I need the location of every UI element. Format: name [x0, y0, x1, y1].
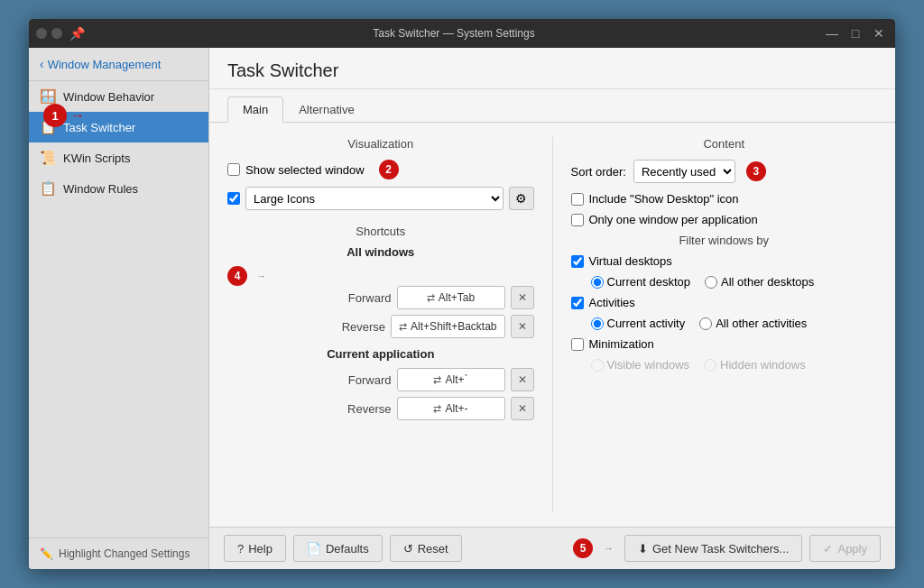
include-desktop-checkbox[interactable] [571, 193, 584, 206]
all-windows-title: All windows [227, 245, 534, 259]
reset-button[interactable]: ↺ Reset [390, 535, 462, 562]
icon-size-select[interactable]: Large Icons [245, 187, 504, 210]
bottom-bar: ? Help 📄 Defaults ↺ Reset 5 → ⬇ Get New … [209, 527, 895, 569]
current-app-forward-clear[interactable]: ✕ [511, 368, 534, 391]
virtual-desktops-label: Virtual desktops [589, 254, 672, 268]
sort-order-select[interactable]: Recently used [633, 160, 735, 183]
current-app-forward-input[interactable]: ⇄ Alt+` [397, 368, 505, 391]
titlebar-dot-2 [51, 28, 62, 39]
shortcuts-title: Shortcuts [227, 225, 534, 238]
visualization-title: Visualization [227, 137, 534, 151]
titlebar-pin-icon: 📌 [69, 26, 85, 41]
switch-icon-2: ⇄ [399, 321, 407, 333]
highlight-label: Highlight Changed Settings [59, 547, 189, 560]
icon-configure-button[interactable]: ⚙ [509, 187, 534, 210]
sidebar-item-window-behavior[interactable]: 🪟 Window Behavior [29, 81, 208, 112]
visible-windows-label: Visible windows [607, 358, 690, 372]
include-desktop-row: Include "Show Desktop" icon [571, 192, 878, 206]
maximize-button[interactable]: □ [846, 26, 864, 41]
minimization-radio-row: Visible windows Hidden windows [591, 358, 878, 372]
icon-enabled-checkbox[interactable] [227, 192, 240, 205]
all-other-activities-radio[interactable] [699, 317, 712, 330]
current-app-reverse-clear[interactable]: ✕ [511, 397, 534, 420]
minimization-row: Minimization [571, 337, 878, 351]
current-activity-radio[interactable] [591, 317, 604, 330]
one-window-row: Only one window per application [571, 213, 878, 226]
minimization-checkbox[interactable] [571, 338, 584, 351]
content-section-title: Content [571, 137, 878, 151]
defaults-button[interactable]: 📄 Defaults [293, 535, 383, 562]
current-app-forward-key: Alt+` [445, 373, 467, 386]
virtual-desktops-checkbox[interactable] [571, 255, 584, 268]
show-selected-window-checkbox[interactable] [227, 163, 240, 176]
icon-size-row: Large Icons ⚙ [227, 187, 534, 210]
include-desktop-label: Include "Show Desktop" icon [589, 192, 739, 206]
current-desktop-label: Current desktop [607, 275, 691, 289]
titlebar-controls: — □ ✕ [823, 26, 888, 41]
all-windows-forward-clear[interactable]: ✕ [511, 286, 534, 309]
annotation-5: 5 [573, 538, 593, 558]
window-behavior-icon: 🪟 [40, 88, 56, 105]
tab-alternative[interactable]: Alternative [283, 96, 369, 123]
all-windows-reverse-row: Reverse ⇄ Alt+Shift+Backtab ✕ [227, 315, 534, 338]
tabs-bar: Main Alternative [209, 89, 895, 123]
titlebar-dot-1 [36, 28, 47, 39]
all-windows-reverse-clear[interactable]: ✕ [511, 315, 534, 338]
all-windows-forward-row: Forward ⇄ Alt+Tab ✕ [227, 286, 534, 309]
download-icon: ⬇ [638, 542, 648, 556]
defaults-icon: 📄 [307, 542, 321, 556]
back-icon: ‹ [40, 57, 44, 71]
all-other-desktops-label: All other desktops [721, 275, 814, 289]
sidebar-item-kwin-scripts[interactable]: 📜 KWin Scripts [29, 142, 208, 173]
one-window-label: Only one window per application [589, 213, 758, 226]
highlight-changed-settings[interactable]: ✏️ Highlight Changed Settings [29, 537, 208, 569]
all-windows-forward-key: Alt+Tab [439, 291, 475, 304]
one-window-checkbox[interactable] [571, 214, 584, 226]
forward-label-2: Forward [342, 373, 392, 387]
current-app-reverse-input[interactable]: ⇄ Alt+- [397, 397, 505, 420]
sidebar-item-task-switcher[interactable]: 📋 Task Switcher [29, 112, 208, 142]
current-activity-label: Current activity [607, 317, 686, 330]
current-desktop-option[interactable]: Current desktop [591, 275, 691, 289]
sidebar-back-button[interactable]: ‹ Window Management [29, 48, 208, 81]
virtual-desktops-row: Virtual desktops [571, 254, 878, 268]
all-windows-forward-input[interactable]: ⇄ Alt+Tab [397, 286, 505, 309]
panel-right: Content Sort order: Recently used 3 Incl… [553, 137, 878, 512]
all-other-desktops-radio[interactable] [705, 276, 717, 289]
close-button[interactable]: ✕ [870, 26, 888, 41]
tab-main[interactable]: Main [227, 96, 283, 123]
titlebar: 📌 Task Switcher — System Settings — □ ✕ [29, 19, 895, 48]
visible-windows-radio [591, 359, 604, 372]
help-icon: ? [237, 542, 244, 556]
arrow-5: → [604, 543, 614, 554]
apply-button[interactable]: ✓ Apply [809, 535, 881, 562]
get-new-task-switchers-button[interactable]: ⬇ Get New Task Switchers... [624, 535, 802, 562]
switch-icon-4: ⇄ [433, 403, 441, 415]
minimization-radio-group: Visible windows Hidden windows [591, 358, 878, 372]
all-windows-reverse-input[interactable]: ⇄ Alt+Shift+Backtab [391, 315, 504, 338]
sort-order-label: Sort order: [571, 165, 626, 179]
minimize-button[interactable]: — [823, 26, 841, 41]
page-title: Task Switcher [209, 48, 895, 89]
main-content: ‹ Window Management 🪟 Window Behavior 📋 … [29, 48, 895, 569]
hidden-windows-label: Hidden windows [720, 358, 806, 372]
sidebar-item-kwin-scripts-label: KWin Scripts [63, 152, 130, 165]
titlebar-dots [36, 28, 62, 39]
sidebar-item-window-rules[interactable]: 📋 Window Rules [29, 173, 208, 204]
all-other-activities-label: All other activities [716, 317, 807, 330]
activities-checkbox[interactable] [571, 297, 584, 309]
all-other-activities-option[interactable]: All other activities [699, 317, 807, 330]
sidebar-item-window-rules-label: Window Rules [63, 182, 138, 196]
forward-label-1: Forward [342, 291, 392, 305]
desktop-radio-group: Current desktop All other desktops [591, 275, 878, 289]
annotation-2: 2 [379, 160, 399, 179]
reverse-label-2: Reverse [342, 402, 392, 416]
defaults-label: Defaults [326, 542, 369, 556]
help-button[interactable]: ? Help [224, 535, 286, 562]
current-activity-option[interactable]: Current activity [591, 317, 686, 330]
sort-order-row: Sort order: Recently used 3 [571, 160, 878, 183]
activities-radio-group: Current activity All other activities [591, 317, 878, 330]
hidden-windows-radio [704, 359, 716, 372]
all-other-desktops-option[interactable]: All other desktops [705, 275, 814, 289]
current-desktop-radio[interactable] [591, 276, 604, 289]
